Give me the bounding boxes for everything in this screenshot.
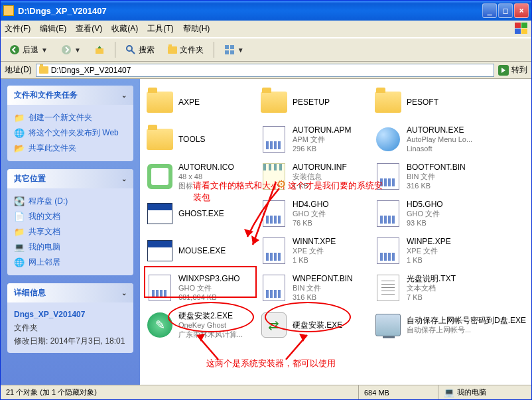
file-sub1: BIN 文件 [293, 283, 353, 293]
file-name: 光盘说明.TXT [407, 274, 456, 283]
file-tile[interactable]: WINPE.XPEXPE 文件1 KB [371, 233, 529, 269]
drive-icon: 💽 [14, 196, 25, 207]
back-label: 后退 [23, 44, 38, 56]
file-icon: ⇄ [259, 310, 289, 340]
menu-help[interactable]: 帮助(H) [183, 23, 210, 34]
file-name: 硬盘安装2.EXE [178, 311, 243, 320]
file-tile[interactable]: GHOST.EXE [143, 196, 253, 232]
minimize-button[interactable]: _ [482, 3, 497, 18]
address-input[interactable]: D:\Dngs_XP_V201407 [36, 64, 494, 77]
search-button[interactable]: 搜索 [121, 42, 159, 58]
task-new-folder[interactable]: 📁创建一个新文件夹 [14, 110, 127, 125]
file-sub1: 安装信息 [293, 172, 347, 181]
file-tile[interactable]: AUTORUN.EXEAutoPlay Menu Lo...Linasoft [371, 121, 529, 157]
collapse-icon: ⌄ [121, 175, 127, 182]
file-name: HD5.GHO [407, 200, 443, 209]
file-tile[interactable]: ⇄硬盘安装.EXE [257, 307, 367, 343]
file-tile[interactable]: HD4.GHOGHO 文件76 KB [257, 196, 367, 232]
file-sub1: GHO 文件 [407, 209, 443, 218]
file-tile[interactable]: MOUSE.EXE [143, 233, 253, 269]
file-tile[interactable]: TOOLS [143, 121, 253, 157]
computer-icon: 💻 [444, 387, 454, 398]
file-name: HD4.GHO [293, 200, 329, 209]
file-tile[interactable]: PESETUP [257, 84, 367, 120]
svg-rect-11 [225, 50, 229, 54]
place-drive-d[interactable]: 💽程序盘 (D:) [14, 194, 127, 209]
menu-edit[interactable]: 编辑(E) [40, 23, 66, 34]
svg-rect-9 [225, 45, 229, 49]
chevron-down-icon: ▼ [74, 46, 81, 54]
place-my-computer[interactable]: 💻我的电脑 [14, 239, 127, 255]
file-tile[interactable]: AUTORUN.ICO48 x 48图标 [143, 159, 253, 194]
forward-button[interactable]: ▼ [56, 42, 86, 58]
up-button[interactable] [90, 42, 109, 58]
views-button[interactable]: ▼ [220, 42, 249, 58]
file-list[interactable]: AXPEPESETUPPESOFTTOOLSAUTORUN.APMAPM 文件2… [140, 79, 531, 385]
place-network[interactable]: 🌐网上邻居 [14, 255, 127, 270]
svg-rect-6 [96, 48, 103, 54]
svg-rect-2 [515, 29, 521, 34]
menu-view[interactable]: 查看(V) [76, 23, 102, 34]
sidebar: 文件和文件夹任务 ⌄ 📁创建一个新文件夹 🌐将这个文件夹发布到 Web 📂共享此… [1, 79, 140, 385]
file-sub1: XPE 文件 [407, 246, 451, 255]
file-name: BOOTFONT.BIN [407, 163, 466, 172]
docs-icon: 📄 [14, 212, 25, 222]
panel-details-head[interactable]: 详细信息 ⌄ [7, 283, 133, 302]
file-icon [145, 199, 174, 228]
task-publish[interactable]: 🌐将这个文件夹发布到 Web [14, 125, 127, 141]
file-name: PESOFT [407, 98, 438, 107]
file-icon [259, 125, 289, 154]
file-sub1: 48 x 48 [178, 172, 234, 181]
status-objects: 21 个对象 (加 1 个隐藏对象) [1, 385, 359, 399]
back-button[interactable]: 后退 ▼ [5, 42, 52, 58]
file-tile[interactable]: HD5.GHOGHO 文件93 KB [371, 196, 529, 232]
close-button[interactable]: × [514, 3, 529, 18]
file-tile[interactable]: 光盘说明.TXT文本文档7 KB [371, 270, 529, 306]
svg-rect-12 [230, 50, 234, 54]
file-tile[interactable]: AXPE [143, 84, 253, 120]
place-my-docs[interactable]: 📄我的文档 [14, 209, 127, 224]
file-tile[interactable]: 自动保存上网帐号密码到D盘.EXE自动保存上网帐号... [371, 307, 529, 343]
file-sub2: 316 KB [407, 181, 466, 190]
file-icon [373, 236, 403, 265]
folders-button[interactable]: 文件夹 [163, 42, 208, 58]
windows-flag-icon [514, 22, 529, 35]
titlebar[interactable]: D:\Dngs_XP_V201407 _ □ × [1, 1, 531, 21]
file-sub2: 316 KB [293, 293, 353, 302]
menu-tools[interactable]: 工具(T) [147, 23, 173, 34]
svg-rect-0 [515, 23, 521, 28]
menu-file[interactable]: 文件(F) [5, 23, 31, 34]
go-icon [498, 65, 509, 76]
shared-icon: 📁 [14, 227, 25, 237]
file-tile[interactable]: WINXPSP3.GHOGHO 文件681,094 KB [143, 270, 253, 306]
file-sub1: GHO 文件 [293, 209, 329, 218]
file-tile[interactable]: PESOFT [371, 84, 529, 120]
maximize-button[interactable]: □ [498, 3, 513, 18]
file-icon [259, 199, 289, 228]
file-name: WINPE.XPE [407, 237, 451, 246]
file-tile[interactable]: AUTORUN.APMAPM 文件296 KB [257, 121, 367, 157]
new-folder-icon: 📁 [14, 113, 25, 123]
panel-places-title: 其它位置 [14, 173, 46, 184]
menu-favorites[interactable]: 收藏(A) [111, 23, 138, 34]
place-shared-docs[interactable]: 📁共享文档 [14, 224, 127, 239]
file-tile[interactable]: WINNT.XPEXPE 文件1 KB [257, 233, 367, 269]
svg-rect-1 [521, 23, 527, 28]
svg-line-8 [131, 50, 135, 54]
file-sub2: 93 KB [407, 218, 443, 228]
file-tile[interactable]: ✎硬盘安装2.EXEOneKey Ghost广东雨林木风计算... [143, 307, 253, 343]
file-sub1: 文本文档 [407, 283, 456, 293]
folders-icon [168, 46, 177, 54]
file-sub1: OneKey Ghost [178, 320, 243, 330]
panel-tasks-head[interactable]: 文件和文件夹任务 ⌄ [7, 86, 133, 105]
file-tile[interactable]: WNPEFONT.BINBIN 文件316 KB [257, 270, 367, 306]
file-name: 自动保存上网帐号密码到D盘.EXE [407, 316, 526, 325]
file-icon [373, 125, 403, 154]
file-tile[interactable]: AUTORUN.INF安装信息1 KB [257, 159, 367, 194]
go-button[interactable]: 转到 [498, 64, 527, 76]
file-name: 硬盘安装.EXE [293, 320, 342, 330]
file-icon [145, 88, 174, 117]
file-tile[interactable]: BOOTFONT.BINBIN 文件316 KB [371, 159, 529, 194]
panel-places-head[interactable]: 其它位置 ⌄ [7, 169, 133, 188]
task-share[interactable]: 📂共享此文件夹 [14, 141, 127, 156]
